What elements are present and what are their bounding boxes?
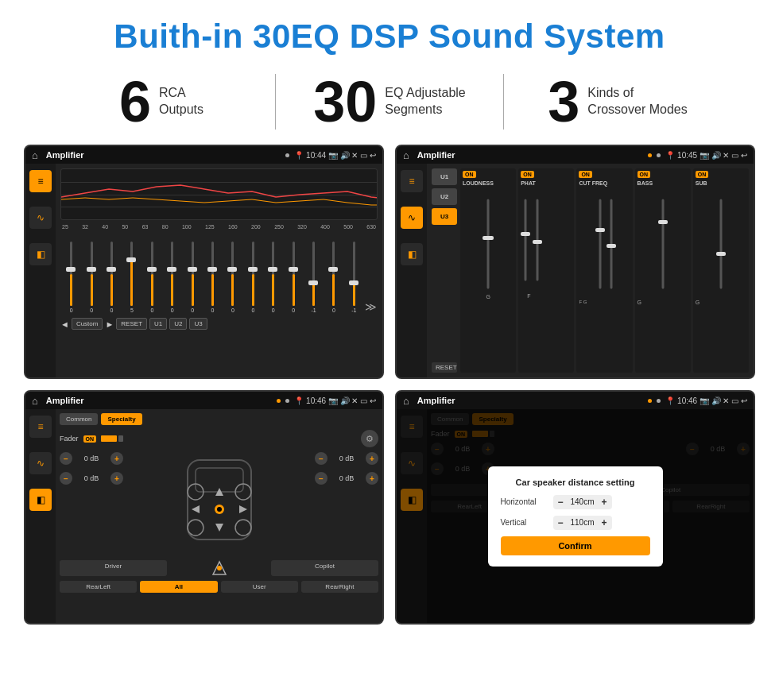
horizontal-value: 140cm [567, 497, 599, 506]
eq-slider-9[interactable]: 0 [223, 242, 242, 313]
eq-slider-4[interactable]: 5 [122, 242, 141, 313]
svg-point-21 [217, 507, 222, 512]
stat-rca-number: 6 [119, 73, 151, 130]
xo-cutfreq: ON CUT FREQ F G [576, 168, 632, 373]
rearleft-btn[interactable]: RearLeft [60, 581, 137, 593]
dot-4 [648, 399, 652, 403]
home-icon-1[interactable]: ⌂ [32, 149, 38, 161]
fr-minus-btn[interactable]: − [315, 452, 327, 465]
fl-minus-btn[interactable]: − [60, 452, 72, 465]
vertical-ctrl: − 110cm + [553, 516, 612, 530]
eq-reset-btn[interactable]: RESET [116, 318, 147, 330]
eq-slider-3[interactable]: 0 [103, 242, 121, 313]
eq-sliders-area: 0 0 [60, 234, 378, 313]
confirm-button[interactable]: Confirm [501, 536, 650, 555]
rl-plus-btn[interactable]: + [110, 472, 123, 485]
fader-on-badge[interactable]: ON [83, 435, 97, 443]
sub-on-badge[interactable]: ON [696, 171, 709, 178]
xo-loudness: ON LOUDNESS G [460, 168, 516, 373]
eq-custom-btn[interactable]: Custom [72, 318, 103, 330]
stat-crossover-number: 3 [548, 73, 579, 130]
speaker-icon-2[interactable]: ◧ [401, 243, 423, 265]
horizontal-minus-btn[interactable]: − [558, 497, 564, 508]
tab-specialty[interactable]: Specialty [101, 413, 141, 425]
eq-slider-1[interactable]: 0 [62, 242, 80, 313]
horizontal-ctrl: − 140cm + [553, 495, 612, 509]
xo-u1-btn[interactable]: U1 [432, 168, 457, 185]
eq-slider-2[interactable]: 0 [82, 242, 100, 313]
screen-crossover: ⌂ Amplifier 📍 10:45 📷 🔊 ✕ ▭ ↩ ≡ ∿ ◧ U1 U… [395, 145, 755, 379]
eq-slider-5[interactable]: 0 [143, 242, 161, 313]
dot-2 [648, 153, 652, 157]
eq-u2-btn[interactable]: U2 [169, 318, 187, 330]
dialog-overlay: Car speaker distance setting Horizontal … [397, 409, 754, 623]
horizontal-label: Horizontal [501, 497, 548, 506]
cutfreq-on-badge[interactable]: ON [579, 171, 592, 178]
vertical-minus-btn[interactable]: − [558, 517, 564, 528]
phat-on-badge[interactable]: ON [521, 171, 534, 178]
status-icons-4: 📍 10:46 📷 🔊 ✕ ▭ ↩ [665, 396, 747, 405]
xo-u3-btn[interactable]: U3 [432, 208, 457, 225]
eq-icon-2[interactable]: ≡ [401, 170, 423, 192]
rr-plus-btn[interactable]: + [366, 472, 378, 485]
bass-on-badge[interactable]: ON [638, 171, 651, 178]
eq-u1-btn[interactable]: U1 [149, 318, 167, 330]
wave-icon[interactable]: ∿ [29, 207, 52, 229]
rearright-btn[interactable]: RearRight [301, 581, 378, 593]
eq-slider-13[interactable]: -1 [304, 242, 323, 313]
xo-bass: ON BASS G [635, 168, 691, 373]
rl-db-row: − 0 dB + [60, 472, 123, 485]
xo-reset-btn[interactable]: RESET [432, 362, 457, 373]
stat-crossover-label: Kinds ofCrossover Modes [587, 85, 687, 118]
vertical-plus-btn[interactable]: + [602, 517, 607, 528]
eq-slider-11[interactable]: 0 [264, 242, 282, 313]
title-2: Amplifier [414, 150, 643, 160]
copilot-btn[interactable]: Copilot [271, 560, 378, 576]
fader-header: Fader ON ⚙ [60, 430, 378, 447]
loudness-on-badge[interactable]: ON [463, 171, 476, 178]
eq-slider-14[interactable]: 0 [324, 242, 343, 313]
screen-dialog: ⌂ Amplifier 📍 10:46 📷 🔊 ✕ ▭ ↩ ≡ ∿ ◧ Comm… [395, 390, 755, 625]
xo-u2-btn[interactable]: U2 [432, 188, 457, 205]
eq-icon[interactable]: ≡ [29, 170, 52, 192]
eq-main: 253240506380100125160200250320400500630 … [56, 164, 382, 377]
tab-common[interactable]: Common [60, 413, 98, 425]
xo-sub: ON SUB G [693, 168, 749, 373]
stat-eq-number: 30 [313, 73, 377, 130]
wave-icon-3[interactable]: ∿ [29, 452, 52, 474]
wave-icon-2[interactable]: ∿ [401, 207, 423, 229]
driver-btn[interactable]: Driver [60, 560, 167, 576]
home-icon-2[interactable]: ⌂ [403, 149, 409, 161]
status-icons-1: 📍 10:44 📷 🔊 ✕ ▭ ↩ [294, 151, 376, 160]
all-btn[interactable]: All [140, 581, 217, 593]
screen-eq: ⌂ Amplifier 📍 10:44 📷 🔊 ✕ ▭ ↩ ≡ ∿ ◧ [24, 145, 384, 379]
speaker-icon-3[interactable]: ◧ [29, 489, 52, 511]
fl-plus-btn[interactable]: + [110, 452, 123, 465]
eq-prev-btn[interactable]: ◄ [60, 319, 69, 329]
eq-next-btn[interactable]: ► [105, 319, 114, 329]
eq-slider-10[interactable]: 0 [244, 242, 262, 313]
fader-bottom-btns: Driver Copilot [60, 560, 378, 576]
eq-slider-7[interactable]: 0 [183, 242, 201, 313]
stats-row: 6 RCAOutputs 30 EQ AdjustableSegments 3 … [0, 67, 779, 145]
fr-plus-btn[interactable]: + [366, 452, 378, 465]
screen-fader: ⌂ Amplifier 📍 10:46 📷 🔊 ✕ ▭ ↩ ≡ ∿ ◧ Comm… [24, 390, 384, 625]
rr-minus-btn[interactable]: − [315, 472, 327, 485]
eq-slider-12[interactable]: 0 [284, 242, 302, 313]
eq-slider-6[interactable]: 0 [163, 242, 181, 313]
horizontal-plus-btn[interactable]: + [602, 497, 607, 508]
user-btn[interactable]: User [221, 581, 298, 593]
eq-slider-15[interactable]: -1 [345, 242, 363, 313]
speaker-icon[interactable]: ◧ [29, 243, 52, 265]
eq-u3-btn[interactable]: U3 [189, 318, 207, 330]
home-icon-4[interactable]: ⌂ [403, 395, 409, 407]
eq-icon-3[interactable]: ≡ [29, 416, 52, 438]
rl-minus-btn[interactable]: − [60, 472, 72, 485]
dot-3b [285, 399, 289, 403]
svg-rect-5 [533, 240, 542, 244]
eq-scroll-right[interactable]: ≫ [365, 300, 377, 313]
home-icon-3[interactable]: ⌂ [32, 395, 38, 407]
svg-marker-25 [239, 505, 247, 513]
settings-icon[interactable]: ⚙ [361, 430, 378, 447]
eq-slider-8[interactable]: 0 [203, 242, 222, 313]
